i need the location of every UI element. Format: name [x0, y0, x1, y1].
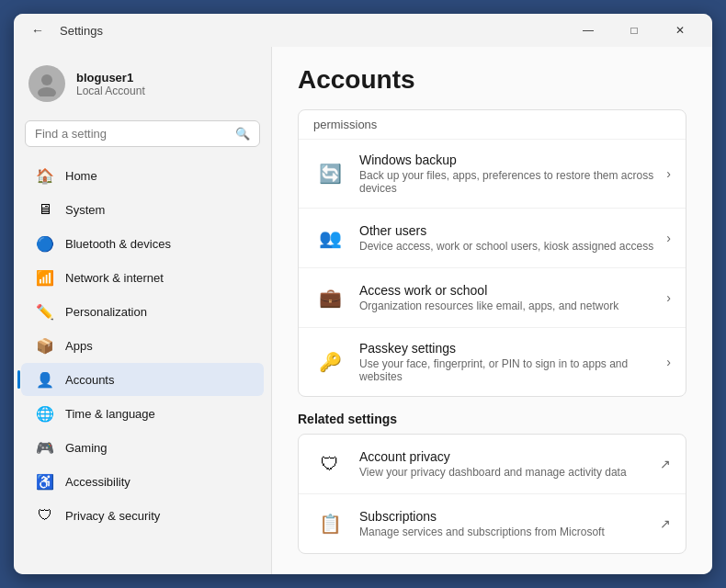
arrow-icon-passkey: › [666, 355, 671, 369]
sidebar-item-gaming[interactable]: 🎮 Gaming [21, 431, 264, 464]
nav-label-bluetooth: Bluetooth & devices [65, 237, 171, 251]
titlebar-left: ← Settings [25, 17, 103, 43]
settings-item-other-users[interactable]: 👥 Other users Device access, work or sch… [299, 209, 686, 268]
related-settings-card: 🛡 Account privacy View your privacy dash… [298, 434, 686, 554]
main-content: Accounts permissions 🔄 Windows backup Ba… [271, 47, 712, 574]
item-title-other-users: Other users [359, 223, 666, 238]
sidebar-item-apps[interactable]: 📦 Apps [21, 329, 264, 362]
item-desc-passkey: Use your face, fingerprint, or PIN to si… [359, 357, 666, 383]
sidebar-item-system[interactable]: 🖥 System [21, 193, 264, 226]
page-title: Accounts [298, 65, 686, 95]
related-item-account-privacy[interactable]: 🛡 Account privacy View your privacy dash… [299, 435, 686, 494]
nav-icon-apps: 📦 [36, 336, 54, 355]
back-button[interactable]: ← [25, 17, 51, 43]
item-title-windows-backup: Windows backup [359, 153, 666, 167]
nav-label-gaming: Gaming [65, 441, 108, 455]
item-text-other-users: Other users Device access, work or schoo… [359, 223, 666, 253]
titlebar-controls: — □ ✕ [567, 16, 701, 45]
content-area: bloguser1 Local Account 🔍 🏠 Home 🖥 Syste… [14, 47, 712, 574]
user-info: bloguser1 Local Account [76, 71, 145, 97]
item-icon-subscriptions: 📋 [313, 507, 346, 540]
nav-icon-home: 🏠 [36, 166, 54, 185]
item-desc-account-privacy: View your privacy dashboard and manage a… [359, 466, 660, 479]
item-icon-account-privacy: 🛡 [313, 447, 346, 481]
settings-window: ← Settings — □ ✕ bloguser1 Local Ac [14, 14, 712, 574]
search-box[interactable]: 🔍 [25, 120, 260, 147]
minimize-button[interactable]: — [567, 16, 609, 45]
nav-icon-time: 🌐 [36, 404, 54, 423]
truncated-text: permissions [299, 110, 686, 140]
sidebar-item-home[interactable]: 🏠 Home [21, 159, 264, 192]
nav-icon-bluetooth: 🔵 [36, 234, 54, 253]
nav-icon-system: 🖥 [36, 200, 54, 219]
avatar [28, 65, 65, 102]
arrow-icon-windows-backup: › [666, 166, 671, 181]
item-text-access-work: Access work or school Organization resou… [359, 283, 666, 312]
settings-items-list: 🔄 Windows backup Back up your files, app… [299, 140, 686, 396]
svg-point-1 [38, 87, 56, 96]
nav-label-system: System [65, 203, 105, 217]
nav-label-personalization: Personalization [65, 305, 147, 319]
nav-label-time: Time & language [65, 407, 155, 421]
nav-label-privacy: Privacy & security [65, 509, 160, 523]
svg-point-0 [41, 74, 52, 85]
user-name: bloguser1 [76, 71, 145, 85]
settings-card-main: permissions 🔄 Windows backup Back up you… [298, 109, 686, 397]
titlebar-title: Settings [60, 24, 103, 38]
related-item-subscriptions[interactable]: 📋 Subscriptions Manage services and subs… [299, 494, 686, 553]
arrow-icon-other-users: › [666, 231, 671, 245]
item-icon-access-work: 💼 [313, 281, 346, 314]
sidebar: bloguser1 Local Account 🔍 🏠 Home 🖥 Syste… [14, 47, 271, 574]
item-icon-windows-backup: 🔄 [313, 157, 346, 190]
sidebar-item-network[interactable]: 📶 Network & internet [21, 261, 264, 294]
related-settings-title: Related settings [298, 412, 686, 426]
user-type: Local Account [76, 85, 145, 97]
related-items-list: 🛡 Account privacy View your privacy dash… [299, 435, 686, 553]
item-desc-access-work: Organization resources like email, apps,… [359, 300, 666, 312]
item-title-access-work: Access work or school [359, 283, 666, 298]
item-icon-passkey: 🔑 [313, 345, 346, 379]
nav-icon-accounts: 👤 [36, 370, 54, 389]
item-title-account-privacy: Account privacy [359, 449, 660, 464]
maximize-button[interactable]: □ [613, 16, 655, 45]
nav-label-apps: Apps [65, 339, 93, 353]
close-button[interactable]: ✕ [659, 16, 701, 45]
settings-item-access-work[interactable]: 💼 Access work or school Organization res… [299, 268, 686, 328]
sidebar-item-time[interactable]: 🌐 Time & language [21, 397, 264, 430]
item-desc-subscriptions: Manage services and subscriptions from M… [359, 526, 660, 538]
arrow-icon-access-work: › [666, 290, 671, 305]
sidebar-item-personalization[interactable]: ✏️ Personalization [21, 295, 264, 328]
nav-label-accessibility: Accessibility [65, 475, 130, 489]
item-desc-other-users: Device access, work or school users, kio… [359, 240, 666, 253]
user-section: bloguser1 Local Account [14, 54, 271, 117]
item-title-subscriptions: Subscriptions [359, 509, 660, 524]
external-icon-subscriptions: ↗ [660, 516, 671, 531]
item-text-passkey: Passkey settings Use your face, fingerpr… [359, 341, 666, 383]
search-icon: 🔍 [235, 127, 250, 141]
nav-label-home: Home [65, 169, 97, 183]
external-icon-account-privacy: ↗ [660, 457, 671, 471]
nav-icon-network: 📶 [36, 268, 54, 287]
nav-icon-accessibility: ♿ [36, 472, 54, 491]
nav-icon-privacy: 🛡 [36, 506, 54, 525]
nav-label-accounts: Accounts [65, 373, 114, 387]
settings-item-passkey[interactable]: 🔑 Passkey settings Use your face, finger… [299, 328, 686, 396]
item-text-account-privacy: Account privacy View your privacy dashbo… [359, 449, 660, 479]
search-input[interactable] [35, 127, 228, 141]
item-text-windows-backup: Windows backup Back up your files, apps,… [359, 153, 666, 195]
settings-item-windows-backup[interactable]: 🔄 Windows backup Back up your files, app… [299, 140, 686, 209]
item-desc-windows-backup: Back up your files, apps, preferences to… [359, 169, 666, 195]
nav-list: 🏠 Home 🖥 System 🔵 Bluetooth & devices 📶 … [14, 158, 271, 533]
nav-icon-personalization: ✏️ [36, 302, 54, 321]
sidebar-item-accessibility[interactable]: ♿ Accessibility [21, 465, 264, 498]
sidebar-item-bluetooth[interactable]: 🔵 Bluetooth & devices [21, 227, 264, 260]
item-text-subscriptions: Subscriptions Manage services and subscr… [359, 509, 660, 538]
item-icon-other-users: 👥 [313, 221, 346, 254]
item-title-passkey: Passkey settings [359, 341, 666, 356]
nav-label-network: Network & internet [65, 271, 164, 285]
sidebar-item-accounts[interactable]: 👤 Accounts [21, 363, 264, 396]
sidebar-item-privacy[interactable]: 🛡 Privacy & security [21, 499, 264, 532]
titlebar: ← Settings — □ ✕ [14, 14, 712, 47]
nav-icon-gaming: 🎮 [36, 438, 54, 457]
